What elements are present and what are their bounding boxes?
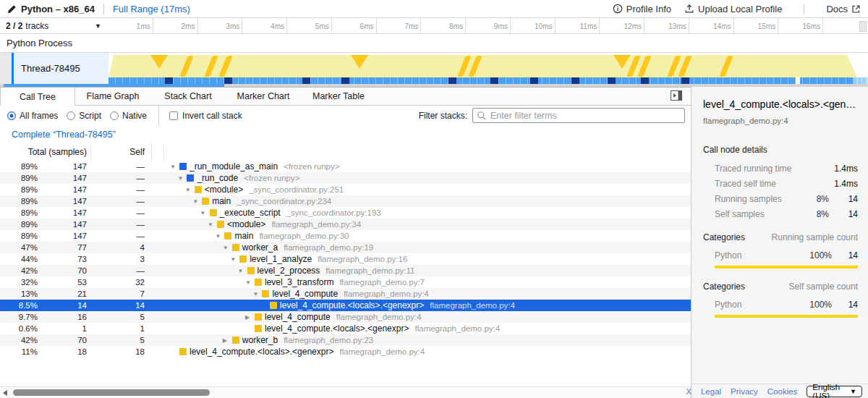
sidebar-toggle-button[interactable] [671, 90, 682, 103]
panel-tabbar: Call TreeFlame GraphStack ChartMarker Ch… [0, 88, 691, 106]
scroll-left-arrow-icon[interactable] [3, 390, 7, 396]
tab-marker-table[interactable]: Marker Table [301, 88, 376, 105]
tree-row[interactable]: 89%147—▼_run_module_as_main<frozen runpy… [0, 161, 691, 172]
tree-row[interactable]: 42%705▶worker_bflamegraph_demo.py:23 [0, 334, 691, 346]
tree-row[interactable]: 47%774▼worker_aflamegraph_demo.py:19 [0, 242, 691, 253]
footer-link-x[interactable]: X [686, 387, 692, 396]
row-self-samples: 1 [87, 324, 145, 333]
expander-icon[interactable]: ▶ [223, 337, 232, 344]
tab-label: Call Tree [20, 92, 56, 102]
ruler-tick-label: 5ms [315, 22, 331, 30]
toolbar-divider [103, 4, 104, 14]
tree-row[interactable]: 42%70—▼level_2_processflamegraph_demo.py… [0, 265, 691, 276]
expander-icon[interactable]: ▼ [252, 291, 262, 297]
tab-flame-graph[interactable]: Flame Graph [75, 88, 150, 105]
expander-icon[interactable]: ▼ [208, 221, 217, 228]
horizontal-scrollbar[interactable] [0, 386, 691, 398]
breadcrumb[interactable]: Complete “Thread-78495” [12, 130, 116, 140]
tree-row[interactable]: 89%147—▼mainflamegraph_demo.py:30 [0, 230, 691, 242]
tree-row[interactable]: 8.5%1414level_4_compute.<locals>.<genexp… [0, 300, 691, 311]
docs-link[interactable]: Docs [826, 4, 861, 14]
tracks-caret-icon[interactable]: ▼ [95, 22, 103, 30]
upload-label: Upload Local Profile [698, 4, 782, 14]
profile-info-button[interactable]: Profile Info [613, 4, 671, 14]
jank-marker-icon [150, 55, 168, 69]
radio-label: All frames [20, 111, 58, 121]
filter-stacks-label: Filter stacks: [419, 111, 467, 121]
tree-row[interactable]: 89%147—▼<module>_sync_coordinator.py:251 [0, 184, 691, 195]
filter-stacks-input[interactable] [472, 108, 685, 123]
tree-row[interactable]: 32%5332▼level_3_transformflamegraph_demo… [0, 276, 691, 288]
frame-option-script[interactable]: Script [67, 111, 101, 121]
tracks-dropdown[interactable]: 2 / 2 tracks ▼ [0, 18, 109, 34]
function-origin: <frozen runpy> [244, 174, 299, 182]
category-row: Python100%14 [703, 250, 858, 261]
upload-profile-button[interactable]: Upload Local Profile [684, 4, 782, 14]
row-total-samples: 73 [38, 255, 87, 263]
tree-row[interactable]: 89%147—▼main_sync_coordinator.py:234 [0, 195, 691, 207]
stat-label: Self samples [715, 209, 797, 219]
tree-row[interactable]: 11%1818level_4_compute.<locals>.<genexpr… [0, 346, 691, 357]
invert-call-stack-checkbox[interactable]: Invert call stack [169, 111, 242, 121]
frame-option-native[interactable]: Native [110, 111, 147, 121]
horizontal-scrollbar-thumb[interactable] [13, 389, 210, 396]
language-select[interactable]: English (US) ▼ [807, 386, 862, 397]
function-origin: flamegraph_demo.py:34 [271, 220, 361, 229]
function-name: main [234, 231, 253, 241]
row-total-samples: 70 [38, 336, 87, 344]
function-name: <module> [205, 185, 243, 195]
track-python-process[interactable]: Python Process [0, 34, 868, 53]
row-total-percent: 89% [0, 208, 38, 217]
expander-icon[interactable]: ▼ [177, 175, 187, 182]
tab-stack-chart[interactable]: Stack Chart [150, 88, 226, 105]
tree-row[interactable]: 0.6%11level_4_compute.<locals>.<genexpr>… [0, 323, 691, 334]
thread-name: Thread-78495 [21, 63, 80, 74]
expander-icon[interactable]: ▼ [238, 268, 247, 274]
row-total-samples: 147 [38, 197, 87, 206]
ruler-corner [859, 21, 867, 32]
sample-block [490, 77, 498, 84]
footer-link-legal[interactable]: Legal [701, 387, 721, 396]
footer-link-privacy[interactable]: Privacy [731, 387, 758, 396]
gc-marker-icon [179, 56, 194, 77]
function-origin: flamegraph_demo.py:11 [326, 266, 414, 275]
tracks-word: tracks [25, 21, 48, 31]
tree-row[interactable]: 44%733▼level_1_analyzeflamegraph_demo.py… [0, 253, 691, 265]
categories-header: CategoriesSelf sample count [703, 281, 858, 292]
expander-icon[interactable]: ▼ [245, 279, 255, 286]
column-header-total[interactable]: Total (samples) [28, 147, 87, 157]
track-thread[interactable]: Thread-78495 [0, 53, 868, 84]
profile-title[interactable]: Python – x86_64 [7, 4, 95, 14]
tree-row[interactable]: 89%147—▼_run_code<frozen runpy> [0, 172, 691, 184]
footer-link-cookies[interactable]: Cookies [767, 387, 798, 396]
tree-row[interactable]: 13%217▼level_4_computeflamegraph_demo.py… [0, 288, 691, 300]
function-origin: <frozen runpy> [284, 162, 339, 171]
expander-icon[interactable]: ▼ [200, 210, 210, 216]
row-total-samples: 53 [38, 278, 87, 287]
thread-track-label[interactable]: Thread-78495 [0, 53, 109, 84]
bottom-panel: Call TreeFlame GraphStack ChartMarker Ch… [0, 87, 691, 398]
tab-call-tree[interactable]: Call Tree [0, 88, 75, 106]
expander-icon[interactable]: ▼ [185, 187, 195, 193]
thread-activity-canvas[interactable] [109, 53, 868, 84]
expander-icon[interactable]: ▼ [223, 245, 232, 251]
tree-row[interactable]: 89%147—▼_execute_script_sync_coordinator… [0, 207, 691, 219]
expander-icon[interactable]: ▼ [230, 256, 239, 263]
expander-icon[interactable]: ▼ [215, 233, 224, 240]
tab-marker-chart[interactable]: Marker Chart [226, 88, 301, 105]
tree-row[interactable]: 9.7%165▶level_4_computeflamegraph_demo.p… [0, 311, 691, 323]
full-range-link[interactable]: Full Range (17ms) [113, 4, 190, 14]
expander-icon[interactable]: ▼ [192, 198, 202, 205]
row-tree-cell: ▼_run_code<frozen runpy> [164, 173, 691, 183]
frame-option-all-frames[interactable]: All frames [7, 111, 58, 121]
expander-icon[interactable]: ▶ [245, 314, 255, 321]
tree-row[interactable]: 89%147—▼<module>flamegraph_demo.py:34 [0, 219, 691, 230]
row-total-percent: 89% [0, 197, 38, 206]
column-header-self[interactable]: Self [129, 147, 145, 157]
row-self-samples: 18 [87, 347, 145, 356]
ruler-tick: 2ms [153, 18, 198, 34]
expander-icon[interactable]: ▼ [170, 164, 179, 170]
settings-divider [158, 106, 159, 125]
details-sidebar: level_4_compute.<locals>.<genexpr> flame… [691, 87, 868, 398]
row-tree-cell: ▼worker_aflamegraph_demo.py:19 [164, 242, 691, 253]
